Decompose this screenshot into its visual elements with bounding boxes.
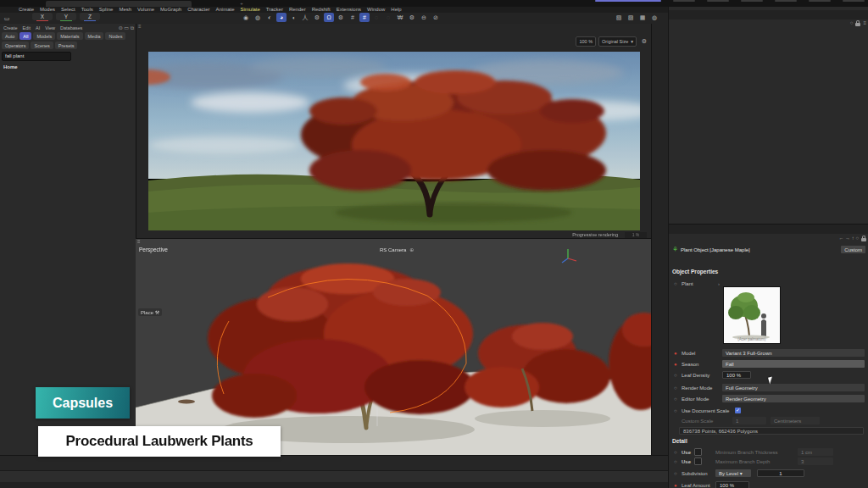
layout-tab[interactable]	[775, 0, 797, 2]
menu-animate[interactable]: Animate	[215, 7, 234, 13]
use-max-branch-checkbox[interactable]: ✓	[694, 458, 702, 465]
document-tab[interactable]	[46, 1, 192, 7]
breadcrumb[interactable]: Home	[3, 64, 18, 69]
key-icon[interactable]: ○	[674, 471, 679, 476]
field-gear-icon[interactable]: ⚙	[407, 13, 417, 22]
key-icon[interactable]: ○	[674, 459, 679, 464]
menu-modes[interactable]: Modes	[40, 7, 55, 13]
render-settings-icon[interactable]: ▦	[637, 13, 648, 22]
new-document-tab-button[interactable]: +	[238, 0, 245, 7]
key-icon[interactable]: ○	[674, 373, 679, 378]
grid-b-icon[interactable]: #	[359, 13, 370, 22]
gear-icon[interactable]: ⚙	[639, 36, 649, 47]
balloon-icon[interactable]: Ω	[324, 13, 334, 22]
asset-browser-window-icons[interactable]: ⊜ ▭ ⧉	[119, 25, 134, 31]
menu-tools[interactable]: Tools	[81, 7, 93, 13]
menu-select[interactable]: Select	[61, 7, 75, 13]
viewport-view-label[interactable]: Perspective	[139, 247, 168, 252]
filter-tab-models[interactable]: Models	[33, 32, 55, 40]
filter-tab-materials[interactable]: Materials	[57, 32, 82, 40]
ab-menu-view[interactable]: View	[45, 25, 55, 30]
filter-tab-media[interactable]: Media	[85, 32, 104, 40]
timeline-range-bar[interactable]	[0, 482, 668, 488]
key-icon[interactable]: ●	[674, 483, 679, 488]
grid-a-icon[interactable]: #	[348, 13, 358, 22]
panel-menu-icon[interactable]: ≡	[138, 24, 142, 29]
menu-mograph[interactable]: MoGraph	[160, 7, 181, 13]
expand-arrow-icon[interactable]: ›	[718, 281, 720, 286]
subdivision-mode-dropdown[interactable]: By Level ▾	[715, 469, 751, 477]
zoom-value-field[interactable]: 100 %	[576, 36, 596, 47]
lock-icon[interactable]	[861, 238, 866, 241]
menu-window[interactable]: Window	[367, 7, 385, 13]
key-icon[interactable]: ○	[674, 450, 679, 455]
soft-body-icon[interactable]: ◐	[264, 13, 275, 22]
subdivision-field[interactable]: 1	[757, 469, 804, 477]
axis-lock-z-button[interactable]: Z	[80, 13, 100, 20]
custom-button[interactable]: Custom	[841, 246, 865, 253]
rigid-body-icon[interactable]: ◍	[253, 13, 263, 22]
layout-tab[interactable]	[843, 0, 865, 2]
sim-scene-icon[interactable]: ◉	[241, 13, 251, 22]
model-dropdown[interactable]: Variant 3 Full-Grown	[722, 349, 865, 357]
ab-menu-create[interactable]: Create	[3, 25, 18, 30]
layout-tab[interactable]	[673, 0, 695, 2]
editor-mode-dropdown[interactable]: Render Geometry	[722, 395, 865, 402]
plant-preview-image[interactable]: (Acer palmatum)	[723, 286, 781, 344]
cloth-icon[interactable]: ◕	[276, 13, 287, 22]
key-icon[interactable]: ○	[674, 385, 679, 391]
key-icon[interactable]: ○	[674, 396, 679, 402]
history-icon[interactable]: ▭	[2, 14, 12, 23]
dim-b-icon[interactable]: ◌	[383, 13, 393, 22]
menu-tracker[interactable]: Tracker	[266, 7, 283, 13]
field-icon[interactable]: ₩	[395, 13, 405, 22]
menu-volume[interactable]: Volume	[137, 7, 154, 13]
category-tab-presets[interactable]: Presets	[55, 42, 78, 49]
menu-redshift[interactable]: Redshift	[312, 7, 331, 13]
menu-mesh[interactable]: Mesh	[119, 7, 131, 13]
viewport-panel[interactable]: ≡ Perspective RS Camera⊕ Place ⚒	[136, 238, 651, 456]
key-icon[interactable]: ●	[674, 351, 679, 356]
layout-tab[interactable]	[707, 0, 729, 2]
lock-icon[interactable]	[855, 23, 860, 26]
category-tab-scenes[interactable]: Scenes	[31, 42, 53, 49]
panel-menu-icon[interactable]: ≡	[137, 239, 141, 244]
key-icon[interactable]: ●	[674, 362, 679, 367]
rope-icon[interactable]: ◖	[288, 13, 298, 22]
cancel-icon[interactable]: ⊘	[431, 13, 441, 22]
viewport-canvas[interactable]	[136, 245, 651, 456]
ab-menu-ai[interactable]: AI	[36, 25, 40, 30]
season-dropdown[interactable]: Fall	[722, 360, 865, 368]
ab-menu-edit[interactable]: Edit	[23, 25, 31, 30]
layout-tab[interactable]	[741, 0, 763, 2]
key-icon[interactable]: ○	[674, 408, 679, 413]
axis-lock-x-button[interactable]: X	[32, 13, 53, 20]
menu-help[interactable]: Help	[391, 7, 401, 13]
attribute-corner-icons[interactable]: ← → ↑ ○	[838, 236, 866, 241]
menu-create[interactable]: Create	[19, 7, 34, 13]
minus-icon[interactable]: ⊖	[419, 13, 429, 22]
layout-tab[interactable]	[809, 0, 831, 2]
balloon-gear-icon[interactable]: ⚙	[336, 13, 346, 22]
category-tab-operators[interactable]: Operators	[2, 42, 29, 49]
search-input[interactable]	[2, 52, 71, 61]
object-manager-corner-icons[interactable]: ○ ≡	[850, 20, 866, 26]
material-sphere-icon[interactable]: ◍	[649, 13, 659, 22]
timeline-ruler[interactable]	[0, 470, 668, 482]
menu-character[interactable]: Character	[187, 7, 209, 13]
menu-render[interactable]: Render	[289, 7, 306, 13]
filter-tab-auto[interactable]: Auto	[2, 32, 18, 40]
character-icon[interactable]: 人	[300, 13, 310, 22]
viewport-camera-label[interactable]: RS Camera⊕	[380, 247, 414, 252]
use-min-branch-checkbox[interactable]: ✓	[694, 448, 702, 456]
leaf-density-field[interactable]: 100 %	[722, 371, 751, 379]
render-picture-viewer-icon[interactable]: ▨	[626, 13, 636, 22]
size-dropdown[interactable]: Original Size▾	[598, 36, 637, 47]
axis-lock-y-button[interactable]: Y	[56, 13, 76, 20]
render-mode-dropdown[interactable]: Full Geometry	[722, 384, 865, 391]
layout-tab[interactable]	[595, 0, 661, 2]
menu-spline[interactable]: Spline	[99, 7, 114, 13]
leaf-amount-field[interactable]: 100 %	[715, 481, 749, 488]
character-gear-icon[interactable]: ⚙	[312, 13, 322, 22]
use-document-scale-checkbox[interactable]: ✓	[735, 408, 741, 413]
